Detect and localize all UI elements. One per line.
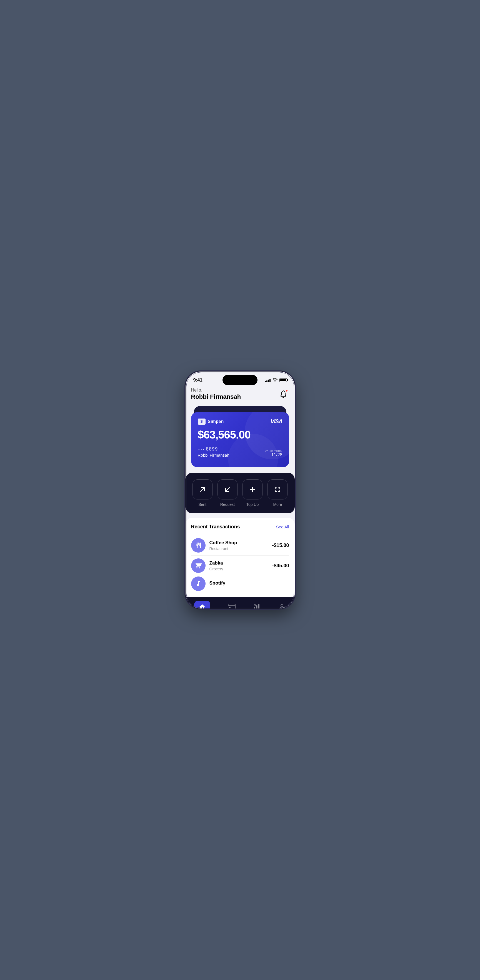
transaction-coffee-category: Restaurant	[209, 546, 268, 551]
card-validity: VALID THRU 11/28	[265, 450, 282, 457]
svg-rect-4	[275, 487, 277, 489]
signal-bar-3	[268, 380, 269, 382]
svg-rect-12	[256, 605, 258, 608]
cart-icon	[195, 562, 202, 569]
bottom-nav	[185, 597, 295, 608]
svg-rect-10	[229, 607, 231, 608]
see-all-link[interactable]: See All	[276, 525, 289, 529]
transaction-zabka-name: Żabka	[209, 560, 268, 566]
action-topup[interactable]: Top Up	[242, 479, 263, 507]
svg-line-0	[201, 487, 204, 492]
music-icon	[195, 581, 202, 587]
card-header: S Simpen VISA	[198, 418, 282, 425]
dynamic-island	[222, 375, 258, 385]
profile-nav-icon	[278, 603, 286, 608]
card-number-row: •••• 8899 Robbi Firmansah	[198, 447, 230, 457]
signal-bar-2	[266, 380, 268, 382]
sent-label: Sent	[198, 502, 206, 507]
nav-home[interactable]	[189, 601, 216, 608]
transaction-spotify[interactable]: Spotify	[191, 576, 289, 591]
transaction-zabka-info: Żabka Grocery	[209, 560, 268, 571]
card-logo-icon: S	[198, 418, 206, 425]
transaction-coffee-amount: -$15.00	[272, 542, 289, 549]
svg-point-15	[281, 605, 283, 607]
svg-rect-11	[254, 607, 255, 608]
card-last4: 8899	[206, 447, 218, 452]
valid-thru-label: VALID THRU	[265, 450, 282, 452]
greeting-block: Hello, Robbi Firmansah	[191, 388, 241, 401]
visa-logo: VISA	[271, 418, 282, 425]
battery-icon	[279, 378, 287, 382]
profile-icon	[279, 603, 285, 608]
card-main[interactable]: S Simpen VISA $63,565.00 •••• 8899	[191, 412, 289, 467]
transaction-zabka[interactable]: Żabka Grocery -$45.00	[191, 556, 289, 576]
status-icons	[265, 378, 287, 382]
svg-line-1	[225, 487, 230, 492]
transaction-spotify-info: Spotify	[209, 581, 289, 587]
wifi-icon	[272, 378, 277, 382]
request-label: Request	[220, 502, 235, 507]
svg-rect-14	[254, 605, 255, 606]
more-icon	[274, 486, 281, 493]
section-title: Recent Transactions	[191, 524, 240, 530]
home-svg	[199, 603, 206, 608]
action-request[interactable]: Request	[217, 479, 238, 507]
actions-panel: Sent Request	[185, 473, 295, 513]
signal-bar-1	[265, 381, 266, 382]
valid-thru-date: 11/28	[265, 452, 282, 457]
phone-content: 9:41	[185, 372, 295, 608]
section-header: Recent Transactions See All	[191, 524, 289, 530]
nav-card[interactable]	[222, 603, 241, 608]
card-logo: S Simpen	[198, 418, 224, 425]
request-button[interactable]	[217, 479, 238, 500]
phone-frame: 9:41	[185, 372, 295, 608]
svg-rect-13	[258, 604, 260, 608]
transaction-icon-food	[191, 538, 206, 552]
topup-icon	[249, 486, 256, 493]
user-name: Robbi Firmansah	[191, 393, 241, 401]
action-more[interactable]: More	[268, 479, 287, 507]
notification-dot	[285, 389, 288, 392]
svg-rect-6	[275, 490, 277, 492]
svg-rect-7	[278, 490, 280, 492]
more-button[interactable]	[268, 479, 287, 500]
request-icon	[224, 486, 231, 493]
transaction-coffee-info: Coffee Shop Restaurant	[209, 540, 268, 551]
header: Hello, Robbi Firmansah	[191, 387, 289, 406]
topup-button[interactable]	[242, 479, 263, 500]
svg-rect-8	[228, 604, 235, 608]
more-label: More	[273, 502, 282, 507]
signal-bar-4	[269, 379, 271, 382]
card-logo-letter: S	[200, 419, 203, 423]
nav-stats[interactable]	[247, 603, 266, 608]
nav-profile[interactable]	[272, 603, 291, 608]
notification-button[interactable]	[277, 388, 289, 400]
card-number: •••• 8899	[198, 447, 230, 452]
sent-icon	[199, 486, 206, 493]
main-content: Hello, Robbi Firmansah	[185, 387, 295, 608]
transaction-coffee-name: Coffee Shop	[209, 540, 268, 546]
card-brand-name: Simpen	[208, 419, 224, 424]
action-sent[interactable]: Sent	[193, 479, 212, 507]
sent-button[interactable]	[193, 479, 212, 500]
stats-icon	[253, 603, 260, 608]
transaction-zabka-category: Grocery	[209, 567, 268, 571]
svg-rect-5	[278, 487, 280, 489]
greeting-text: Hello,	[191, 388, 241, 393]
card-holder: Robbi Firmansah	[198, 453, 230, 457]
card-stack: S Simpen VISA $63,565.00 •••• 8899	[191, 406, 289, 467]
topup-label: Top Up	[246, 502, 258, 507]
food-icon	[195, 542, 202, 549]
transaction-spotify-name: Spotify	[209, 581, 289, 586]
status-time: 9:41	[193, 377, 203, 383]
stats-nav-icon	[253, 603, 261, 608]
transaction-coffee-shop[interactable]: Coffee Shop Restaurant -$15.00	[191, 535, 289, 556]
card-balance: $63,565.00	[198, 428, 282, 441]
card-icon	[228, 604, 236, 608]
card-footer: •••• 8899 Robbi Firmansah VALID THRU 11/…	[198, 447, 282, 457]
transaction-icon-cart	[191, 558, 206, 573]
card-dots: ••••	[198, 448, 205, 451]
card-nav-icon	[228, 603, 236, 608]
transaction-zabka-amount: -$45.00	[272, 563, 289, 569]
transaction-icon-music	[191, 576, 206, 591]
